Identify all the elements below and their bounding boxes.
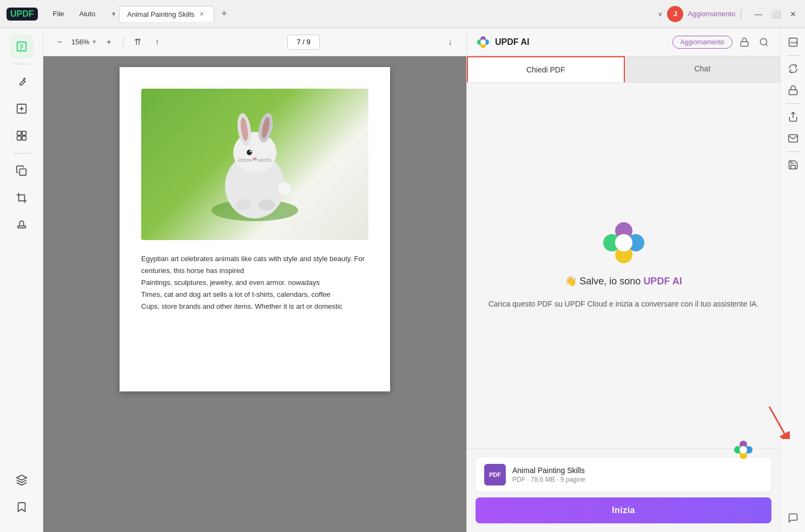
svg-point-49 [740, 446, 747, 454]
svg-rect-12 [17, 226, 25, 228]
close-btn[interactable]: ✕ [788, 9, 799, 19]
right-divider-2 [787, 103, 800, 104]
svg-rect-52 [789, 90, 797, 95]
right-ocr-icon[interactable]: OCR [783, 32, 803, 52]
app-logo: UPDF [6, 8, 38, 21]
separator: | [740, 8, 742, 19]
menu-file[interactable]: File [47, 8, 71, 20]
page-input[interactable] [287, 35, 320, 50]
ai-lock-icon[interactable] [737, 35, 752, 50]
page-display [287, 35, 320, 50]
minimize-btn[interactable]: — [753, 9, 764, 19]
sidebar-edit-icon[interactable] [10, 97, 34, 121]
file-info: Animal Painting Skills PDF · 78.6 MB · 9… [512, 466, 763, 483]
ai-greeting-text: 👋 Salve, io sono UPDF AI [565, 275, 682, 287]
pdf-page: Egyptian art celebrates animals like cat… [120, 67, 390, 391]
active-tab[interactable]: Animal Painting Skills ✕ [119, 6, 214, 22]
svg-rect-8 [22, 131, 25, 135]
sidebar-stamp-icon[interactable] [10, 213, 34, 237]
svg-point-21 [247, 150, 252, 155]
right-mail-icon[interactable] [783, 129, 803, 148]
right-save-icon[interactable] [783, 155, 803, 175]
updf-ai-floating-icon[interactable] [734, 440, 753, 462]
sidebar-bookmark-icon[interactable] [10, 495, 34, 519]
sidebar-divider-2 [13, 153, 30, 154]
nav-prev-btn[interactable]: ↑ [149, 35, 164, 50]
svg-text:OCR: OCR [790, 41, 798, 44]
pdf-toolbar: − 156% ▼ + ⇈ ↑ ↓ [43, 28, 466, 56]
ai-description: Carica questo PDF su UPDF Cloud e inizia… [489, 298, 759, 310]
nav-first-btn[interactable]: ⇈ [130, 35, 145, 50]
ai-panel-wrapper: UPDF AI Aggiornamento [466, 28, 780, 532]
svg-point-23 [253, 157, 257, 161]
rabbit-illustration [206, 105, 303, 224]
title-bar: UPDF File Aiuto ▼ Animal Painting Skills… [0, 0, 805, 28]
zoom-value: 156% [71, 38, 89, 46]
sidebar-organize-icon[interactable] [10, 124, 34, 148]
svg-point-16 [233, 132, 276, 173]
zoom-display: 156% ▼ [71, 38, 97, 46]
pdf-image [141, 89, 368, 240]
toolbar-divider [123, 37, 123, 48]
right-sidebar-bottom [783, 508, 803, 528]
maximize-btn[interactable]: ⬜ [770, 9, 781, 19]
right-share-icon[interactable] [783, 107, 803, 127]
sidebar-annotate-icon[interactable] [10, 70, 34, 94]
tab-ask-pdf[interactable]: Chiedi PDF [467, 56, 625, 82]
right-sidebar: OCR [780, 28, 805, 532]
title-bar-right: ∨ J Aggiornamento | — ⬜ ✕ [658, 6, 799, 22]
svg-point-24 [235, 200, 251, 210]
svg-rect-10 [22, 136, 25, 140]
tab-area: ▼ Animal Painting Skills ✕ + [110, 6, 654, 22]
ai-panel: UPDF AI Aggiornamento [466, 28, 780, 532]
user-avatar[interactable]: J [667, 6, 683, 22]
left-sidebar [0, 28, 43, 532]
sidebar-copy-icon[interactable] [10, 159, 34, 183]
file-type-icon: PDF [484, 464, 506, 486]
greeting-prefix: Salve, io sono [579, 276, 641, 287]
greeting-emoji: 👋 [565, 276, 579, 287]
pdf-content[interactable]: Egyptian art celebrates animals like cat… [43, 56, 466, 532]
svg-point-25 [259, 200, 275, 210]
sidebar-read-icon[interactable] [10, 35, 34, 58]
svg-rect-9 [17, 136, 21, 140]
aggiornamento-label[interactable]: Aggiornamento [688, 10, 735, 18]
right-chat-icon[interactable] [783, 508, 803, 528]
pdf-text: Egyptian art celebrates animals like cat… [141, 253, 368, 312]
tab-close-btn[interactable]: ✕ [197, 10, 206, 18]
ai-search-icon[interactable] [756, 35, 771, 50]
pdf-area: − 156% ▼ + ⇈ ↑ ↓ [43, 28, 466, 532]
svg-rect-11 [19, 169, 26, 175]
ai-header: UPDF AI Aggiornamento [467, 28, 780, 56]
new-tab-btn[interactable]: + [217, 8, 230, 21]
zoom-out-btn[interactable]: − [52, 35, 67, 50]
sidebar-crop-icon[interactable] [10, 186, 34, 210]
right-convert-icon[interactable] [783, 59, 803, 78]
window-controls: — ⬜ ✕ [753, 9, 799, 19]
file-meta: PDF · 78.6 MB · 9 pagine [512, 476, 763, 483]
ai-panel-title: UPDF AI [495, 37, 529, 47]
menu-aiuto[interactable]: Aiuto [73, 8, 102, 20]
inizia-btn[interactable]: Inizia [476, 497, 771, 523]
menu-bar: File Aiuto [47, 8, 102, 20]
svg-point-26 [278, 182, 291, 195]
main-layout: − 156% ▼ + ⇈ ↑ ↓ [0, 28, 805, 532]
right-lock-icon[interactable] [783, 81, 803, 100]
ai-content: 👋 Salve, io sono UPDF AI Carica questo P… [467, 83, 780, 448]
svg-rect-36 [741, 42, 748, 46]
nav-next-btn[interactable]: ↓ [443, 35, 458, 50]
right-divider-1 [787, 55, 800, 56]
svg-point-35 [480, 39, 486, 45]
ai-flower-large-icon [602, 221, 645, 264]
tab-label: Animal Painting Skills [127, 10, 194, 18]
svg-rect-7 [17, 131, 21, 135]
zoom-in-btn[interactable]: + [101, 35, 116, 50]
tab-dropdown-arrow[interactable]: ▼ [110, 10, 117, 18]
tab-chat[interactable]: Chat [625, 56, 781, 82]
zoom-dropdown-icon[interactable]: ▼ [91, 39, 97, 45]
sidebar-bottom [10, 468, 34, 526]
tabs-dropdown-icon[interactable]: ∨ [658, 10, 663, 18]
ai-update-btn[interactable]: Aggiornamento [672, 36, 733, 49]
sidebar-layers-icon[interactable] [10, 468, 34, 492]
svg-marker-13 [16, 475, 26, 480]
